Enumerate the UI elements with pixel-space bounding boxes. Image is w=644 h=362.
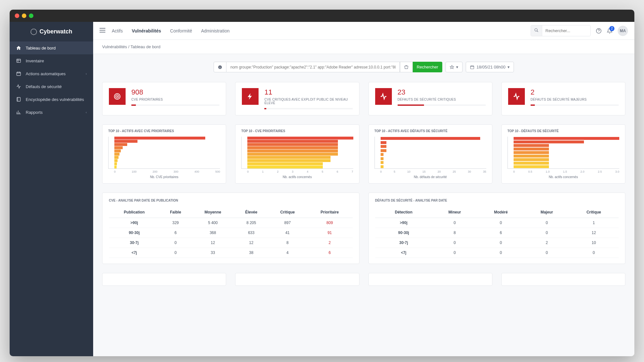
sidebar-item-4[interactable]: Encyclopédie des vulnérabilités	[10, 93, 93, 106]
avatar[interactable]: MA	[618, 26, 628, 36]
sidebar-item-0[interactable]: Tableau de bord	[10, 41, 93, 54]
window-maximize-icon[interactable]	[29, 14, 33, 18]
charts-grid: TOP 10 - ACTIFS AVEC CVE PRIORITAIRES 01…	[102, 124, 625, 184]
search-button[interactable]: Rechercher	[413, 62, 442, 72]
window-minimize-icon[interactable]	[22, 14, 26, 18]
table-header: Mineur	[432, 207, 477, 218]
filter-clear-button[interactable]	[400, 62, 413, 72]
stats-grid: 908 CVE PRIORITAIRES 11 CVE CRITIQUES AV…	[102, 82, 625, 115]
topnav-item-2[interactable]: Conformité	[170, 28, 192, 33]
search-icon[interactable]	[531, 25, 542, 36]
stat-card-0[interactable]: 908 CVE PRIORITAIRES	[102, 82, 226, 115]
chart-bar	[247, 156, 331, 159]
breadcrumb-current: Tableau de bord	[130, 44, 160, 49]
sidebar-item-label: Inventaire	[26, 59, 44, 63]
sidebar-item-5[interactable]: Rapports‹	[10, 106, 93, 119]
chart-bar	[381, 141, 387, 144]
topnav-item-0[interactable]: Actifs	[112, 28, 123, 33]
table-cell: 8	[268, 238, 307, 248]
stat-card-2[interactable]: 23 DÉFAUTS DE SÉCURITÉ CRITIQUES	[368, 82, 492, 115]
home-icon	[16, 45, 21, 50]
chart-bar	[247, 140, 338, 143]
chart-bar	[381, 149, 387, 152]
chart-title: TOP 10 - ACTIFS AVEC CVE PRIORITAIRES	[108, 129, 220, 133]
defects-table: DétectionMineurModéréMajeurCritique>90j0…	[375, 207, 619, 258]
chevron-down-icon: ▾	[456, 65, 458, 69]
chart-bar	[114, 162, 117, 165]
chart-bar	[114, 143, 127, 146]
topnav-item-3[interactable]: Administration	[201, 28, 230, 33]
table-cell: 8	[432, 228, 477, 238]
chart-bar	[247, 143, 338, 146]
titlebar	[10, 10, 634, 22]
stat-card-3[interactable]: 2 DÉFAUTS DE SÉCURITÉ MAJEURS	[501, 82, 625, 115]
window-close-icon[interactable]	[15, 14, 19, 18]
table-cell: 6	[160, 228, 191, 238]
breadcrumb-parent[interactable]: Vulnérabilités	[102, 44, 127, 49]
sidebar-item-3[interactable]: Défauts de sécurité	[10, 80, 93, 93]
bolt-icon	[242, 88, 259, 105]
chart-bar	[514, 148, 549, 150]
table-header: Publication	[109, 207, 160, 218]
hamburger-icon[interactable]	[100, 28, 105, 33]
date-filter-button[interactable]: 18/05/21 08h00 ▾	[466, 62, 514, 72]
svg-rect-2	[17, 97, 21, 101]
table-header: Critique	[569, 207, 619, 218]
table-cell: 12	[569, 228, 619, 238]
defects-table-title: DÉFAUTS DE SÉCURITÉ - ANALYSE PAR DATE	[375, 199, 619, 202]
table-header: Majeur	[525, 207, 569, 218]
table-cell: 6	[477, 228, 525, 238]
stat-bar	[131, 104, 219, 106]
stat-card-1[interactable]: 11 CVE CRITIQUES AVEC EXPLOIT PUBLIC DE …	[235, 82, 359, 115]
chart-bar	[247, 146, 338, 149]
svg-rect-6	[471, 66, 474, 68]
search-input[interactable]	[542, 26, 590, 36]
table-cell: 368	[191, 228, 234, 238]
table-row: 30-7j0121282	[109, 238, 353, 248]
chart-title: TOP 10 - ACTIFS AVEC DÉFAUTS DE SÉCURITÉ	[375, 129, 486, 133]
sidebar-item-label: Rapports	[26, 110, 43, 115]
stat-value: 908	[131, 88, 219, 96]
table-header: Faible	[160, 207, 191, 218]
sidebar-item-1[interactable]: Inventaire	[10, 54, 93, 67]
stat-label: CVE CRITIQUES AVEC EXPLOIT PUBLIC DE NIV…	[264, 98, 352, 105]
chart-xticks: 00.51.01.52.02.53.0	[507, 170, 619, 173]
pulse-icon	[16, 84, 21, 89]
logo-icon	[31, 29, 37, 35]
chart-bar	[381, 153, 384, 156]
filter-info-button[interactable]	[214, 62, 226, 72]
chart-bars	[108, 137, 220, 169]
chart-bar	[247, 137, 353, 140]
chart-card-3: TOP 10 - DÉFAUTS DE SÉCURITÉ 00.51.01.52…	[501, 124, 625, 184]
chart-bar	[514, 155, 549, 158]
table-cell: 30-7j	[375, 238, 432, 248]
table-cell: 33	[191, 248, 234, 258]
svg-point-9	[117, 96, 118, 97]
table-header: Critique	[268, 207, 307, 218]
chart-bar	[514, 162, 549, 165]
topnav-item-1[interactable]: Vulnérabilités	[132, 28, 161, 33]
table-cell: <7j	[109, 248, 160, 258]
chart-bars	[507, 137, 619, 169]
chart-xlabel: Nb. CVE prioritaires	[108, 175, 220, 179]
card-placeholder	[102, 273, 226, 286]
table-cell: 0	[569, 248, 619, 258]
chart-card-0: TOP 10 - ACTIFS AVEC CVE PRIORITAIRES 01…	[102, 124, 226, 184]
table-cell: 0	[160, 248, 191, 258]
table-cell: >90j	[375, 218, 432, 228]
chart-bar	[514, 144, 549, 147]
favorite-button[interactable]: ▾	[446, 62, 463, 72]
search-box	[531, 25, 591, 36]
defects-table-card: DÉFAUTS DE SÉCURITÉ - ANALYSE PAR DATE D…	[368, 193, 626, 264]
table-cell: 2	[525, 238, 569, 248]
stat-bar	[264, 108, 352, 109]
table-row: 90-30j63686334191	[109, 228, 353, 238]
help-icon[interactable]	[596, 28, 602, 34]
table-cell: >90j	[109, 218, 160, 228]
notifications-icon[interactable]: 2	[607, 28, 613, 34]
sidebar-item-2[interactable]: Actions automatiques‹	[10, 67, 93, 80]
chart-bar	[114, 156, 119, 159]
filter-input[interactable]	[226, 62, 400, 72]
table-cell: 0	[477, 218, 525, 228]
content: Rechercher ▾ 18/05/21 08h00 ▾ 908 CVE PR…	[93, 54, 634, 356]
